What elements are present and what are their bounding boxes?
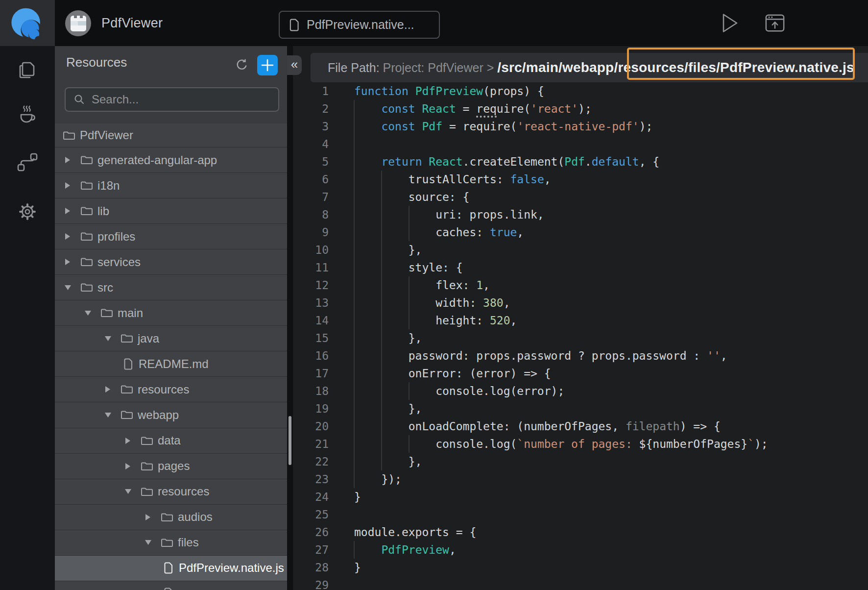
code-line-27[interactable]: 27 PdfPreview, — [293, 541, 868, 559]
code-text: const React = require('react'); — [354, 100, 592, 118]
tree-row-data[interactable]: data — [55, 428, 287, 454]
code-line-21[interactable]: 21 console.log(`number of pages: ${numbe… — [293, 435, 868, 453]
connector-flow-icon[interactable] — [17, 151, 38, 173]
code-line-24[interactable]: 24} — [293, 488, 868, 506]
run-button[interactable] — [722, 13, 739, 33]
token: }, — [354, 244, 422, 256]
code-line-28[interactable]: 28} — [293, 559, 868, 576]
code-line-1[interactable]: 1function PdfPreview(props) { — [293, 82, 868, 100]
code-line-19[interactable]: 19 }, — [293, 400, 868, 418]
code-line-2[interactable]: 2 const React = require('react'); — [293, 100, 868, 118]
app-icon[interactable] — [65, 10, 91, 36]
token: PdfPreview — [415, 85, 483, 98]
chevron-right-icon[interactable] — [64, 259, 71, 265]
folder-glyph — [80, 206, 93, 216]
code-line-8[interactable]: 8 uri: props.link, — [293, 206, 868, 223]
tree-row-PdfViewer[interactable]: PdfViewer — [55, 123, 287, 148]
tree-row-services[interactable]: services — [55, 249, 287, 275]
tree-row-java[interactable]: java — [55, 326, 287, 351]
chevron-down-icon[interactable] — [64, 285, 71, 290]
chevron-down-icon[interactable] — [124, 489, 131, 494]
code-text: onLoadComplete: (numberOfPages, filepath… — [354, 418, 721, 435]
settings-gear-icon[interactable] — [17, 201, 38, 222]
tree-row-lib[interactable]: lib — [55, 198, 287, 224]
product-logo[interactable] — [0, 0, 55, 46]
chevron-right-icon[interactable] — [64, 233, 71, 240]
code-line-18[interactable]: 18 console.log(error); — [293, 382, 868, 400]
code-line-14[interactable]: 14 height: 520, — [293, 312, 868, 329]
add-resource-button[interactable] — [257, 55, 278, 75]
tree-row-generated-angular-app[interactable]: generated-angular-app — [55, 148, 287, 173]
folder-icon — [80, 206, 93, 216]
publish-button[interactable] — [765, 12, 785, 33]
token: . — [585, 155, 592, 168]
code-line-22[interactable]: 22 }, — [293, 453, 868, 470]
line-number: 20 — [293, 418, 329, 435]
code-line-16[interactable]: 16 password: props.password ? props.pass… — [293, 347, 868, 365]
pages-icon[interactable] — [17, 59, 38, 81]
chevron-right-icon[interactable] — [124, 438, 131, 444]
token: default — [592, 155, 639, 168]
code-text: } — [354, 488, 361, 506]
tree-row-webapp[interactable]: webapp — [55, 402, 287, 428]
open-file-tab[interactable]: PdfPreview.native... — [279, 11, 440, 39]
tree-row-src[interactable]: src — [55, 275, 287, 300]
chevron-right-icon[interactable] — [145, 514, 151, 520]
folder-icon — [80, 180, 93, 191]
chevron-down-icon[interactable] — [84, 311, 91, 316]
line-number: 10 — [293, 241, 329, 259]
panel-scrollbar[interactable] — [289, 416, 291, 465]
token: ${numberOfPages} — [639, 438, 748, 450]
tree-row-main[interactable]: main — [55, 300, 287, 326]
code-line-9[interactable]: 9 caches: true, — [293, 223, 868, 241]
code-line-23[interactable]: 23 }); — [293, 470, 868, 488]
folder-glyph — [121, 410, 133, 420]
token — [415, 120, 422, 133]
chevron-down-icon[interactable] — [104, 413, 111, 418]
chevron-right-icon[interactable] — [104, 386, 111, 393]
refresh-icon[interactable] — [236, 58, 248, 71]
tree-row-partial[interactable] — [55, 581, 287, 590]
tree-row-resources[interactable]: resources — [55, 377, 287, 402]
tree-row-resources[interactable]: resources — [55, 479, 287, 505]
code-text: width: 380, — [354, 294, 510, 312]
token: , — [504, 296, 510, 309]
code-line-11[interactable]: 11 style: { — [293, 259, 868, 276]
tree-row-README.md[interactable]: README.md — [55, 351, 287, 377]
token: , — [721, 349, 727, 362]
tree-row-i18n[interactable]: i18n — [55, 173, 287, 198]
tree-row-PdfPreview.native.js[interactable]: PdfPreview.native.js — [55, 556, 287, 581]
tree-row-files[interactable]: files — [55, 530, 287, 556]
line-number: 29 — [293, 576, 329, 590]
code-line-17[interactable]: 17 onError: (error) => { — [293, 365, 868, 382]
tree-row-pages[interactable]: pages — [55, 454, 287, 479]
code-line-26[interactable]: 26module.exports = { — [293, 523, 868, 541]
code-editor[interactable]: 1function PdfPreview(props) {2 const Rea… — [293, 46, 868, 590]
chevron-right-icon[interactable] — [64, 157, 71, 163]
code-line-5[interactable]: 5 return React.createElement(Pdf.default… — [293, 153, 868, 171]
code-line-10[interactable]: 10 }, — [293, 241, 868, 259]
chevron-glyph — [65, 259, 70, 265]
tree-row-label: webapp — [138, 408, 179, 422]
chevron-right-icon[interactable] — [64, 208, 71, 214]
search-input[interactable]: Search... — [65, 87, 279, 112]
token: source: { — [354, 191, 469, 203]
chevron-right-icon[interactable] — [124, 463, 131, 469]
code-line-12[interactable]: 12 flex: 1, — [293, 276, 868, 294]
tree-row-audios[interactable]: audios — [55, 505, 287, 530]
code-line-6[interactable]: 6 trustAllCerts: false, — [293, 171, 868, 188]
tree-row-profiles[interactable]: profiles — [55, 224, 287, 249]
coffee-debug-icon[interactable] — [17, 104, 38, 126]
code-line-13[interactable]: 13 width: 380, — [293, 294, 868, 312]
code-line-3[interactable]: 3 const Pdf = require('react-native-pdf'… — [293, 118, 868, 135]
code-line-20[interactable]: 20 onLoadComplete: (numberOfPages, filep… — [293, 418, 868, 435]
code-line-4[interactable]: 4 — [293, 135, 868, 153]
chevron-right-icon[interactable] — [64, 182, 71, 189]
code-line-25[interactable]: 25 — [293, 506, 868, 523]
code-line-15[interactable]: 15 }, — [293, 329, 868, 347]
code-line-7[interactable]: 7 source: { — [293, 188, 868, 206]
chevron-down-icon[interactable] — [145, 540, 151, 545]
chevron-down-icon[interactable] — [104, 336, 111, 341]
code-line-29[interactable]: 29 — [293, 576, 868, 590]
chevron-glyph — [125, 489, 131, 494]
